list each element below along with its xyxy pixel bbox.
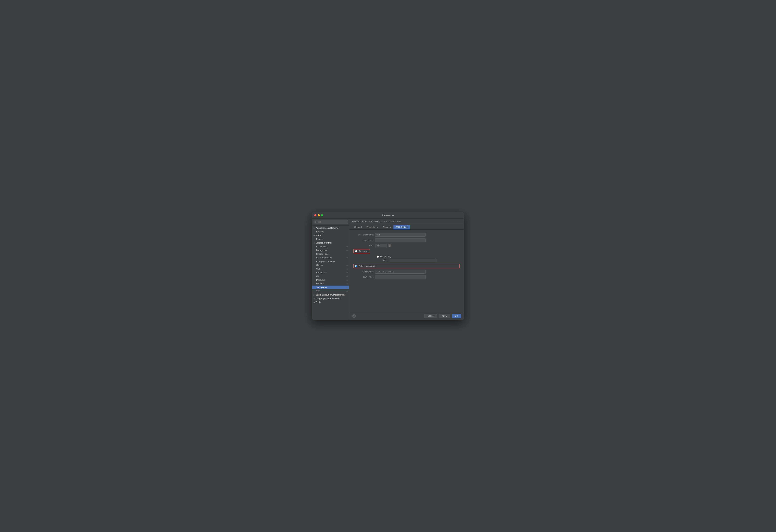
maximize-button[interactable] <box>321 214 323 216</box>
tabs-bar: General Presentation Network SSH Setting… <box>349 224 464 230</box>
path-row: Path: <box>375 259 460 262</box>
ssh-executable-input[interactable] <box>375 233 426 237</box>
settings-icon: ⚙ <box>346 272 348 274</box>
arrow-icon: ▶ <box>314 301 315 303</box>
path-label: Path: <box>379 259 388 262</box>
sidebar-item-languages-frameworks[interactable]: ▶ Languages & Frameworks <box>312 297 349 300</box>
sidebar-item-label: Keymap <box>316 231 324 233</box>
sidebar-item-changelist-conflicts[interactable]: Changelist Conflicts <box>312 260 349 263</box>
sidebar-item-cvs[interactable]: CVS ⚙ <box>312 267 349 271</box>
sidebar-item-editor[interactable]: ▶ Editor <box>312 234 349 237</box>
sidebar-item-label: Ignored Files <box>316 253 329 255</box>
sidebar-items: ▶ Appearance & Behavior Keymap ▶ Editor … <box>312 226 349 320</box>
sidebar-item-confirmation[interactable]: Confirmation ⚙ <box>312 245 349 248</box>
sidebar-item-tfs[interactable]: TFS ⚙ <box>312 289 349 293</box>
apply-button[interactable]: Apply <box>439 314 450 318</box>
tab-network[interactable]: Network <box>381 225 393 229</box>
preferences-window: Preferences ▶ Appearance & Behavior Keym… <box>312 212 464 320</box>
password-label[interactable]: Password <box>359 250 368 253</box>
user-name-label: User name: <box>353 239 374 241</box>
password-radio-row: Password <box>353 249 370 253</box>
password-radio[interactable] <box>355 250 357 252</box>
project-label: For current project <box>384 220 401 223</box>
sidebar-item-perforce[interactable]: Perforce ⚙ <box>312 282 349 286</box>
ok-button[interactable]: OK <box>452 314 461 318</box>
arrow-icon: ▶ <box>314 235 315 237</box>
settings-icon: ⚙ <box>346 287 348 288</box>
sidebar-item-background[interactable]: Background ⚙ <box>312 248 349 252</box>
sidebar-item-mercurial[interactable]: Mercurial ⚙ <box>312 278 349 282</box>
sidebar-item-label: ClearCase <box>316 271 326 274</box>
settings-icon: ⚙ <box>346 283 348 285</box>
search-input[interactable] <box>314 220 348 224</box>
private-key-radio[interactable] <box>377 256 379 258</box>
subversion-config-label[interactable]: Subversion config <box>359 265 376 267</box>
window-title: Preferences <box>382 214 394 217</box>
user-name-input[interactable] <box>375 238 426 242</box>
breadcrumb-part2: Subversion <box>369 220 380 223</box>
settings-icon: ⚙ <box>346 290 348 292</box>
help-button[interactable]: ? <box>352 314 356 318</box>
sidebar-item-label: CVS <box>316 268 321 270</box>
cancel-button[interactable]: Cancel <box>424 314 437 318</box>
sidebar-item-label: Version Control <box>316 242 332 244</box>
port-row: Port: ▲ ▼ <box>353 244 460 247</box>
private-key-row: Private key <box>353 255 460 258</box>
svn-ssh-row: SVN_SSH: <box>353 275 460 279</box>
sidebar-item-label: Issue Navigation <box>316 257 332 259</box>
sidebar-item-label: Confirmation <box>316 245 328 248</box>
sidebar-item-label: TFS <box>316 290 320 292</box>
password-section: Password <box>353 249 460 254</box>
sidebar-item-github[interactable]: GitHub ⚙ <box>312 263 349 267</box>
sidebar-item-plugins[interactable]: Plugins <box>312 237 349 241</box>
sidebar-item-version-control[interactable]: ▼ Version Control <box>312 241 349 245</box>
sidebar-item-label: Perforce <box>316 283 324 285</box>
tab-presentation[interactable]: Presentation <box>364 225 380 229</box>
sidebar-item-label: Appearance & Behavior <box>316 227 339 229</box>
sidebar-item-ignored-files[interactable]: Ignored Files <box>312 252 349 256</box>
sidebar-item-tools[interactable]: ▶ Tools <box>312 300 349 304</box>
private-key-label[interactable]: Private key <box>380 255 391 258</box>
sidebar-item-label: Editor <box>316 234 322 237</box>
settings-icon: ⚙ <box>346 264 348 266</box>
subversion-config-row: Subversion config <box>353 264 460 268</box>
sidebar-item-build-execution-deployment[interactable]: ▶ Build, Execution, Deployment <box>312 293 349 297</box>
bottom-bar-left: ? <box>352 314 356 318</box>
main-content: ▶ Appearance & Behavior Keymap ▶ Editor … <box>312 219 464 320</box>
right-panel: Version Control › Subversion 🗂 For curre… <box>349 219 464 320</box>
sidebar-item-label: Subversion <box>316 286 327 289</box>
arrow-icon: ▶ <box>314 294 315 296</box>
ssh-tunnel-label: SSH tunnel: <box>353 271 374 273</box>
spinner-down[interactable]: ▼ <box>389 246 391 247</box>
bottom-bar: ? Cancel Apply OK <box>349 312 464 320</box>
sidebar-item-clearcase[interactable]: ClearCase ⚙ <box>312 271 349 274</box>
close-button[interactable] <box>314 214 317 216</box>
svn-ssh-label: SVN_SSH: <box>353 276 374 278</box>
minimize-button[interactable] <box>318 214 320 216</box>
ssh-executable-label: SSH executable: <box>353 234 374 236</box>
settings-icon: ⚙ <box>346 246 348 248</box>
tab-general[interactable]: General <box>352 225 364 229</box>
sidebar-item-git[interactable]: Git ⚙ <box>312 274 349 278</box>
port-input[interactable] <box>375 244 387 247</box>
sidebar-item-subversion[interactable]: Subversion ⚙ <box>312 286 349 289</box>
subversion-config-radio[interactable] <box>355 265 357 267</box>
sidebar-item-keymap[interactable]: Keymap <box>312 230 349 234</box>
tab-ssh-settings[interactable]: SSH Settings <box>393 225 410 229</box>
path-input[interactable] <box>389 259 436 262</box>
settings-icon: ⚙ <box>346 257 348 259</box>
ssh-tunnel-row: SSH tunnel: <box>353 270 460 274</box>
spinner-up[interactable]: ▲ <box>389 244 391 246</box>
sidebar-item-label: Plugins <box>316 238 323 240</box>
settings-icon: ⚙ <box>346 249 348 251</box>
arrow-icon: ▶ <box>314 227 315 229</box>
sidebar-item-label: Tools <box>316 301 321 303</box>
svn-ssh-input[interactable] <box>375 275 426 279</box>
sidebar-item-appearance-behavior[interactable]: ▶ Appearance & Behavior <box>312 226 349 230</box>
settings-icon: ⚙ <box>346 268 348 270</box>
sidebar-item-label: Languages & Frameworks <box>316 297 342 300</box>
user-name-row: User name: <box>353 238 460 242</box>
sidebar-item-label: Changelist Conflicts <box>316 260 335 263</box>
ssh-tunnel-input[interactable] <box>375 270 426 274</box>
sidebar-item-issue-navigation[interactable]: Issue Navigation ⚙ <box>312 256 349 260</box>
